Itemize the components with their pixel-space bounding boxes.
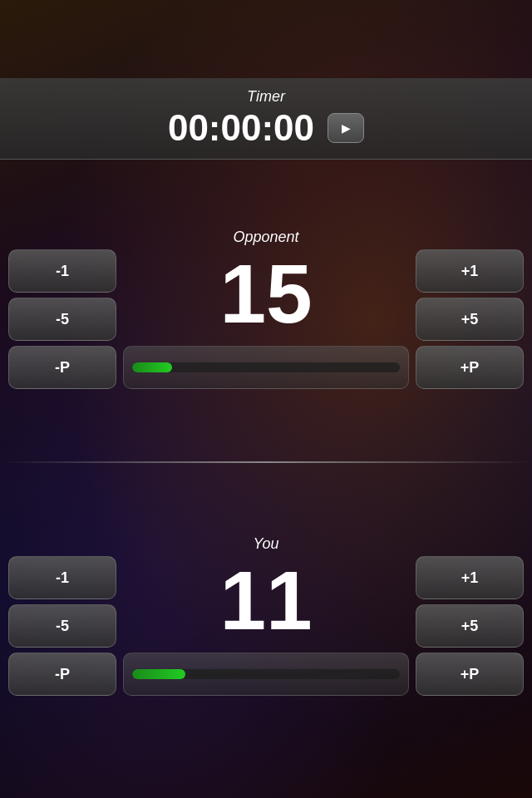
- opponent-label: Opponent: [0, 229, 532, 246]
- you-minus5-button[interactable]: -5: [8, 604, 116, 648]
- game-area: Timer 00:00:00 ▶ Opponent -1 -5 15 +1 +5: [0, 78, 532, 765]
- opponent-area: Opponent -1 -5 15 +1 +5 -P +P: [0, 160, 532, 458]
- opponent-minus-poison-button[interactable]: -P: [8, 346, 116, 389]
- you-poison-bar: [123, 653, 409, 696]
- play-icon: ▶: [342, 121, 351, 135]
- timer-label: Timer: [247, 88, 285, 106]
- you-plus1-button[interactable]: +1: [416, 556, 524, 599]
- opponent-plus5-button[interactable]: +5: [416, 298, 524, 341]
- you-minus-poison-button[interactable]: -P: [8, 653, 116, 696]
- opponent-minus1-button[interactable]: -1: [8, 249, 116, 293]
- opponent-poison-bar: [123, 346, 409, 389]
- you-area: You -1 -5 11 +1 +5 -P +P: [0, 466, 532, 765]
- opponent-minus5-button[interactable]: -5: [8, 298, 116, 341]
- you-minus1-button[interactable]: -1: [8, 556, 116, 599]
- timer-display: 00:00:00: [168, 107, 314, 149]
- opponent-score: 15: [125, 252, 407, 335]
- opponent-poison-fill: [132, 362, 172, 372]
- you-score: 11: [125, 559, 407, 642]
- you-label: You: [0, 535, 532, 553]
- section-divider: [0, 461, 532, 463]
- you-plus-poison-button[interactable]: +P: [416, 653, 524, 696]
- you-poison-fill: [132, 669, 185, 679]
- opponent-plus1-button[interactable]: +1: [416, 249, 524, 293]
- play-button[interactable]: ▶: [328, 113, 364, 143]
- timer-section: Timer 00:00:00 ▶: [0, 78, 532, 160]
- opponent-plus-poison-button[interactable]: +P: [416, 346, 524, 389]
- you-plus5-button[interactable]: +5: [416, 604, 524, 648]
